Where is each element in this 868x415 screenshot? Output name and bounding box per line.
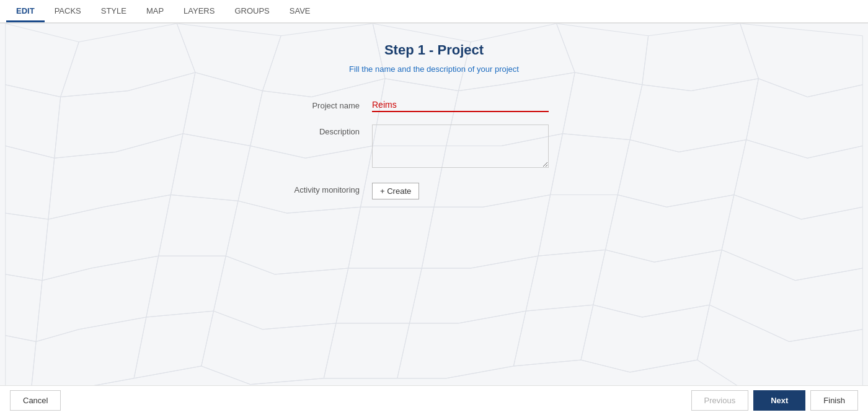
step-subtitle: Fill the name and the description of you… [349, 64, 519, 74]
bottom-bar: Cancel Previous Next Finish [0, 385, 868, 415]
activity-monitoring-input-area: + Create [372, 183, 589, 199]
description-row: Description [279, 124, 589, 170]
description-label: Description [279, 124, 360, 136]
next-button[interactable]: Next [753, 390, 805, 411]
description-input-area [372, 124, 589, 170]
tab-edit[interactable]: EDIT [6, 1, 45, 22]
step-title: Step 1 - Project [384, 42, 484, 58]
activity-monitoring-label: Activity monitoring [279, 183, 360, 194]
cancel-button[interactable]: Cancel [10, 390, 61, 411]
create-button[interactable]: + Create [372, 183, 419, 199]
project-form: Project name Description Activity monito… [279, 98, 589, 199]
top-nav: EDIT PACKS STYLE MAP LAYERS GROUPS SAVE [0, 0, 868, 24]
bottom-right: Previous Next Finish [691, 390, 858, 411]
tab-groups[interactable]: GROUPS [224, 1, 279, 22]
content-area: Step 1 - Project Fill the name and the d… [0, 24, 868, 385]
tab-layers[interactable]: LAYERS [174, 1, 224, 22]
previous-button[interactable]: Previous [691, 390, 749, 411]
project-name-input-area [372, 98, 589, 112]
activity-monitoring-row: Activity monitoring + Create [279, 183, 589, 199]
description-textarea[interactable] [372, 124, 549, 168]
tab-map[interactable]: MAP [136, 1, 174, 22]
tab-style[interactable]: STYLE [91, 1, 136, 22]
tab-save[interactable]: SAVE [280, 1, 321, 22]
project-name-input[interactable] [372, 98, 549, 112]
bottom-left: Cancel [10, 390, 61, 411]
tab-packs[interactable]: PACKS [45, 1, 91, 22]
project-name-label: Project name [279, 98, 360, 110]
project-name-row: Project name [279, 98, 589, 112]
finish-button[interactable]: Finish [810, 390, 858, 411]
